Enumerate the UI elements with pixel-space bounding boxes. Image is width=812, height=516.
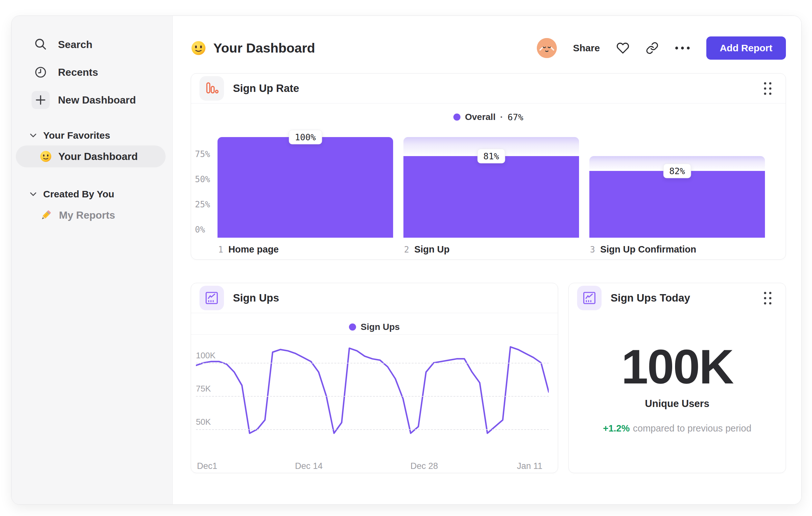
funnel-chart: Overall · 67% 0%25%50%75% 100%1Home page… [191, 104, 786, 259]
conversion-tooltip: 100% [289, 130, 322, 144]
line-chart-plot[interactable]: 50K75K100K [196, 341, 549, 447]
more-options-icon[interactable] [675, 46, 690, 50]
dashboard-header: Your Dashboard Share [191, 33, 786, 63]
legend-dot [349, 323, 356, 331]
gridline [196, 363, 549, 363]
card-header: Sign Up Rate [191, 74, 786, 103]
legend-value: 67% [508, 112, 523, 122]
sidebar-item-search[interactable]: Search [11, 31, 172, 58]
funnel-legend: Overall · 67% [191, 112, 786, 122]
smiley-emoji [40, 150, 52, 163]
sidebar-item-label: My Reports [59, 209, 115, 221]
delta-badge: +1.2% [603, 423, 630, 433]
sidebar-item-your-dashboard[interactable]: Your Dashboard [16, 145, 166, 167]
sidebar-item-label: Recents [58, 66, 98, 78]
sidebar-item-label: New Dashboard [58, 94, 136, 106]
funnel-step-label: 3Sign Up Confirmation [590, 244, 696, 255]
funnel-y-tick: 50% [195, 174, 210, 184]
funnel-y-axis: 0%25%50%75% [195, 137, 221, 238]
funnel-step-bar[interactable]: 81%2Sign Up [403, 137, 579, 238]
bar-chart-icon [199, 76, 224, 101]
app-window: Search Recents New Dashboard Your Favori… [11, 16, 802, 505]
sidebar-item-label: Your Dashboard [58, 151, 138, 163]
conversion-tooltip: 81% [477, 149, 505, 164]
section-title: Created By You [43, 189, 114, 200]
funnel-y-tick: 75% [195, 149, 210, 159]
divider [191, 334, 558, 335]
sign-ups-line [196, 341, 549, 447]
line-x-axis: Dec1Dec 14Dec 28Jan 11 [196, 461, 549, 473]
drag-handle[interactable] [764, 292, 772, 304]
funnel-step-bar[interactable]: 82%3Sign Up Confirmation [589, 137, 765, 238]
clock-icon [32, 63, 50, 81]
legend-dot [453, 113, 460, 120]
card-title: Sign Up Rate [233, 82, 299, 94]
sidebar-section-created-by-you[interactable]: Created By You [11, 184, 172, 204]
sidebar-item-my-reports[interactable]: My Reports [16, 204, 166, 226]
line-x-tick: Jan 11 [517, 461, 542, 471]
funnel-bar-fill [403, 156, 579, 238]
line-x-tick: Dec 28 [410, 461, 438, 471]
pencil-emoji [40, 209, 53, 222]
comparison-row: +1.2%compared to previous period [569, 423, 786, 434]
line-y-tick: 100K [196, 351, 215, 360]
line-x-tick: Dec1 [197, 461, 217, 471]
sign-ups-card: Sign Ups Sign Ups 50K75K100K Dec1Dec 14D… [191, 283, 558, 473]
add-report-button[interactable]: Add Report [706, 36, 786, 60]
section-title: Your Favorites [43, 130, 110, 141]
conversion-tooltip: 82% [663, 164, 691, 178]
line-chart-icon [199, 286, 224, 310]
funnel-y-tick: 25% [195, 200, 210, 209]
line-y-tick: 75K [196, 384, 211, 394]
gridline [196, 396, 549, 397]
chevron-down-icon [30, 192, 37, 196]
header-actions: Share Add Report [537, 36, 786, 60]
sidebar: Search Recents New Dashboard Your Favori… [11, 16, 173, 505]
line-x-tick: Dec 14 [295, 461, 323, 471]
sign-ups-today-card: Sign Ups Today 100K Unique Users +1.2%co… [569, 283, 786, 473]
funnel-bar-fill [218, 137, 393, 238]
big-number-label: Unique Users [569, 398, 786, 410]
funnel-y-tick: 0% [195, 225, 205, 235]
chevron-down-icon [30, 133, 37, 138]
card-title: Sign Ups [233, 292, 279, 304]
main-content: Your Dashboard Share [173, 16, 801, 505]
line-legend: Sign Ups [191, 320, 558, 334]
search-icon [32, 35, 50, 54]
funnel-plot: 100%1Home page81%2Sign Up82%3Sign Up Con… [218, 137, 765, 238]
line-y-tick: 50K [196, 417, 211, 427]
sidebar-item-label: Search [58, 39, 92, 51]
card-header: Sign Ups Today [569, 283, 786, 313]
card-title: Sign Ups Today [611, 292, 690, 304]
gridline [196, 429, 549, 430]
funnel-step-label: 1Home page [218, 244, 279, 255]
sidebar-section-your-favorites[interactable]: Your Favorites [11, 126, 172, 145]
sidebar-item-recents[interactable]: Recents [11, 58, 172, 86]
favorite-heart-icon[interactable] [616, 42, 630, 55]
funnel-step-bar[interactable]: 100%1Home page [218, 137, 393, 238]
sign-up-rate-card: Sign Up Rate Overall · 67% 0%25%50%75% 1… [191, 73, 786, 260]
sidebar-item-new-dashboard[interactable]: New Dashboard [11, 86, 172, 114]
plus-icon [32, 91, 50, 109]
big-number-value: 100K [569, 343, 786, 391]
share-button[interactable]: Share [573, 43, 600, 54]
card-header: Sign Ups [191, 283, 558, 313]
drag-handle[interactable] [764, 82, 772, 95]
page-title: Your Dashboard [191, 40, 315, 56]
avatar[interactable] [537, 38, 557, 58]
line-chart-icon [577, 286, 602, 310]
funnel-bar-fill [589, 171, 765, 238]
funnel-step-label: 2Sign Up [404, 244, 450, 255]
copy-link-icon[interactable] [646, 42, 659, 55]
cards-row: Sign Ups Sign Ups 50K75K100K Dec1Dec 14D… [191, 283, 786, 473]
smiley-emoji [191, 40, 206, 56]
comparison-text: compared to previous period [633, 423, 751, 433]
divider [191, 313, 558, 313]
